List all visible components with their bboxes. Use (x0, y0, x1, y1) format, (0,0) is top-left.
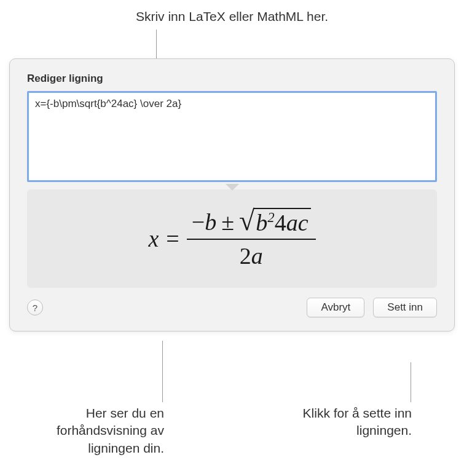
callout-line-insert (411, 362, 411, 402)
equation-input[interactable]: x={-b\pm\sqrt{b^24ac} \over 2a} (27, 91, 437, 182)
callout-input: Skriv inn LaTeX eller MathML her. (0, 9, 464, 24)
callout-line-preview (162, 341, 163, 402)
insert-button[interactable]: Sett inn (373, 298, 437, 317)
preview-radicand: b24ac (253, 208, 310, 236)
sqrt-icon: √ (239, 208, 254, 236)
help-button[interactable]: ? (27, 299, 43, 315)
radicand-b: b (256, 209, 267, 236)
cancel-button[interactable]: Avbryt (307, 298, 364, 317)
preview-neg-b: −b (192, 208, 216, 236)
preview-arrow-icon (226, 184, 239, 191)
callout-preview: Her ser du en forhåndsvisning av ligning… (34, 405, 164, 457)
preview-pm: ± (221, 208, 234, 236)
radicand-4: 4 (275, 209, 286, 236)
callout-insert: Klikk for å sette inn ligningen. (252, 405, 412, 440)
radicand-exp: 2 (267, 210, 274, 226)
dialog-title: Rediger ligning (27, 73, 437, 85)
preview-lhs: x (148, 225, 159, 252)
button-group: Avbryt Sett inn (307, 298, 437, 317)
dialog-button-row: ? Avbryt Sett inn (27, 298, 437, 317)
preview-denominator: 2a (240, 240, 263, 269)
preview-equals: = (166, 225, 179, 252)
preview-fraction: −b ± √ b24ac 2a (187, 208, 316, 269)
equation-dialog: Rediger ligning x={-b\pm\sqrt{b^24ac} \o… (9, 58, 455, 331)
radicand-ac: ac (286, 209, 309, 236)
preview-numerator: −b ± √ b24ac (187, 208, 316, 240)
equation-preview: x = −b ± √ b24ac 2a (27, 189, 437, 288)
rendered-equation: x = −b ± √ b24ac 2a (148, 208, 315, 269)
preview-sqrt: √ b24ac (239, 208, 311, 236)
